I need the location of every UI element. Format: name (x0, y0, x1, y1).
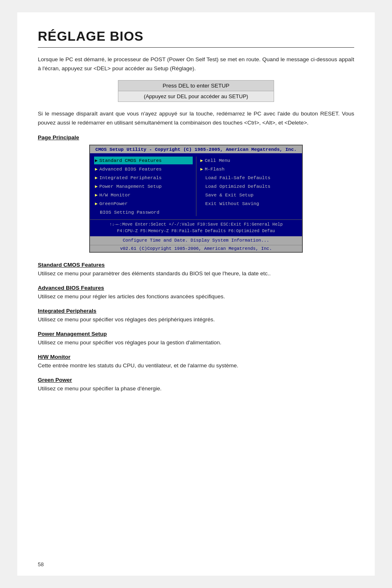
desc-text-4: Cette entrée montre les statuts du CPU, … (38, 362, 354, 370)
bios-copyright: v02.61 (C)Copyright 1985-2006, American … (90, 245, 302, 252)
desc-section-4: H/W MonitorCette entrée montre les statu… (38, 354, 354, 370)
intro-text: Lorsque le PC est démarré, le processeur… (38, 55, 354, 73)
bios-left-item-0: ▶ Standard CMOS Features (94, 157, 193, 164)
bios-footer: ↑↓→←:Move Enter:Select +/-/:Value F10:Sa… (90, 219, 302, 236)
bios-right-item-1: ▶ M-Flash (200, 165, 298, 173)
page-title: RÉGLAGE BIOS (38, 29, 354, 44)
bios-right-item-0: ▶ Cell Menu (200, 157, 298, 164)
sections-container: Standard CMOS FeaturesUtilisez ce menu p… (38, 262, 354, 393)
desc-section-1: Advanced BIOS FeaturesUtilisez ce menu p… (38, 285, 354, 301)
bios-col-divider (196, 157, 196, 216)
page-number: 58 (38, 561, 44, 567)
press-del-top: Press DEL to enter SETUP (118, 80, 274, 91)
desc-text-2: Utilisez ce menu pour spécifier vos régl… (38, 316, 354, 324)
desc-heading-0: Standard CMOS Features (38, 262, 354, 268)
desc-heading-4: H/W Monitor (38, 354, 354, 360)
desc-heading-5: Green Power (38, 377, 354, 383)
bios-right-item-3: Load Optimized Defaults (200, 182, 298, 190)
desc-heading-1: Advanced BIOS Features (38, 285, 354, 291)
desc-section-2: Integrated PeripheralsUtilisez ce menu p… (38, 308, 354, 324)
bios-bottom1: Configure Time and Date. Display System … (92, 238, 300, 244)
bios-bottom-bar: Configure Time and Date. Display System … (90, 236, 302, 245)
bios-left-item-3: ▶ Power Management Setup (94, 182, 193, 190)
title-divider (38, 47, 354, 48)
bios-content: ▶ Standard CMOS Features▶ Advanced BIOS … (90, 153, 302, 219)
desc-text-3: Utilisez ce menu pour spécifier vos régl… (38, 339, 354, 347)
desc-heading-3: Power Management Setup (38, 331, 354, 337)
page: RÉGLAGE BIOS Lorsque le PC est démarré, … (17, 12, 375, 576)
bios-left-item-2: ▶ Integrated Peripherals (94, 174, 193, 182)
bios-right-item-5: Exit Without Saving (200, 200, 298, 208)
bios-screen: CMOS Setup Utility - Copyright (C) 1985-… (89, 145, 303, 253)
press-del-bottom: (Appuyez sur DEL pour accéder au SETUP) (118, 91, 274, 102)
desc-text-1: Utilisez ce menu pour régler les article… (38, 293, 354, 301)
bios-footer-line1: ↑↓→←:Move Enter:Select +/-/:Value F10:Sa… (92, 221, 300, 228)
press-del-box: Press DEL to enter SETUP (Appuyez sur DE… (118, 80, 274, 102)
bios-left-col: ▶ Standard CMOS Features▶ Advanced BIOS … (94, 157, 193, 216)
desc-text-0: Utilisez ce menu pour paramètrer des élé… (38, 270, 354, 278)
desc-section-3: Power Management SetupUtilisez ce menu p… (38, 331, 354, 347)
bios-left-item-5: ▶ GreenPower (94, 200, 193, 208)
desc-section-0: Standard CMOS FeaturesUtilisez ce menu p… (38, 262, 354, 278)
desc-text-5: Utilisez ce menu pour spécifier la phase… (38, 385, 354, 393)
page-principale-heading: Page Principale (38, 134, 354, 141)
bios-right-item-4: Save & Exit Setup (200, 191, 298, 199)
bios-right-col: ▶ Cell Menu▶ M-FlashLoad Fail-Safe Defau… (200, 157, 298, 216)
bios-footer-line2: F4:CPU-Z F5:Memory-Z F8:Fail-Safe Defaul… (92, 228, 300, 235)
desc-section-5: Green PowerUtilisez ce menu pour spécifi… (38, 377, 354, 393)
second-paragraph: Si le message disparaît avant que vous n… (38, 109, 354, 127)
bios-title-bar: CMOS Setup Utility - Copyright (C) 1985-… (90, 145, 302, 153)
bios-right-item-2: Load Fail-Safe Defaults (200, 174, 298, 182)
bios-left-item-6: BIOS Setting Password (94, 208, 193, 216)
desc-heading-2: Integrated Peripherals (38, 308, 354, 314)
bios-left-item-4: ▶ H/W Monitor (94, 191, 193, 199)
bios-left-item-1: ▶ Advanced BIOS Features (94, 165, 193, 173)
